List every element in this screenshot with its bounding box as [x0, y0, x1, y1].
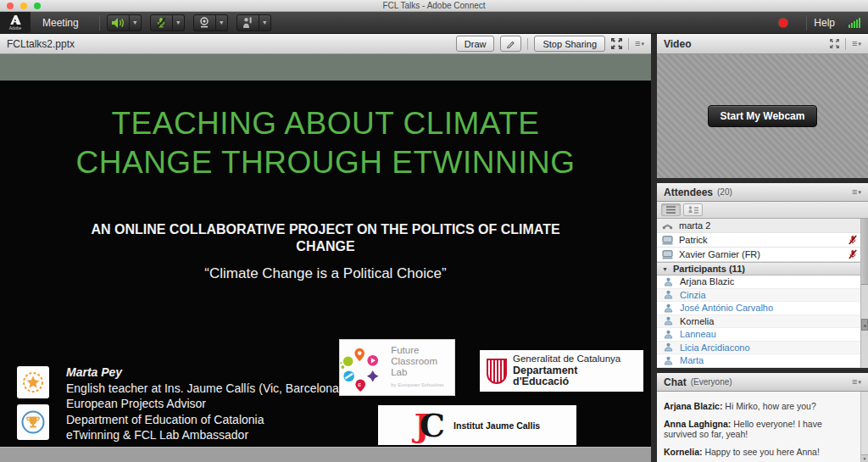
attendees-pod-menu-icon[interactable]: ≡▾	[852, 187, 861, 197]
scroll-down-button[interactable]: ▼	[861, 454, 868, 462]
divider	[99, 15, 100, 31]
person-icon	[664, 330, 673, 339]
fullscreen-icon[interactable]	[611, 38, 622, 49]
pod-resize-grip[interactable]: ◂	[861, 319, 868, 331]
speaker-dropdown[interactable]: ▼	[130, 14, 142, 31]
microphone-muted-icon	[155, 17, 167, 29]
chat-pod-title: Chat	[664, 376, 687, 388]
chat-author: Kornelia:	[664, 447, 703, 457]
attendees-scrollbar[interactable]: ◂	[860, 219, 868, 368]
raise-hand-button-group: ▼	[236, 14, 271, 31]
attendee-list-view-button[interactable]	[661, 203, 681, 216]
attendees-pod-header: Attendees (20) ≡▾	[657, 183, 868, 202]
participant-row[interactable]: Arjana Blazic	[657, 276, 860, 289]
presenter-name: Marta Pey	[66, 365, 354, 381]
attendee-row[interactable]: Patrick	[657, 233, 860, 248]
person-icon	[664, 342, 673, 352]
chat-message: Kornelia: Happy to see you here Anna!	[664, 447, 856, 457]
microphone-dropdown[interactable]: ▼	[173, 14, 185, 31]
screen-icon	[662, 250, 673, 259]
help-menu[interactable]: Help	[814, 17, 835, 29]
attendee-name: Patrick	[679, 235, 708, 245]
speaker-button-group: ▼	[107, 14, 142, 31]
presenter-line: European Projects Advisor	[66, 396, 354, 412]
video-pod-body: Start My Webcam	[657, 54, 868, 178]
draw-button[interactable]: Draw	[456, 36, 495, 52]
phone-icon	[662, 221, 673, 231]
participants-section-header[interactable]: ▼ Participants (11)	[657, 262, 868, 276]
connection-signal-icon	[849, 17, 861, 28]
share-pod-header: FCLtalks2.pptx Draw Stop Sharing ≡▾	[0, 34, 651, 54]
webcam-button[interactable]	[193, 14, 216, 31]
person-icon	[664, 277, 673, 287]
presenter-info: Marta Pey English teacher at Ins. Jaume …	[66, 365, 354, 443]
participant-row[interactable]: Cinzia	[657, 289, 860, 303]
slide-subtitle: AN ONLINE COLLABORATIVE PROJECT ON THE P…	[80, 221, 571, 255]
chat-pod-header: Chat (Everyone) ≡▾	[657, 373, 868, 392]
participant-name: José António Carvalho	[680, 303, 773, 313]
participant-row[interactable]: Marta	[657, 354, 860, 368]
share-pod-menu-icon[interactable]: ≡▾	[635, 39, 644, 48]
adobe-connect-window: FCL Talks - Adobe Connect Adobe Meeting …	[0, 0, 868, 462]
divider	[845, 38, 846, 50]
attendee-name: marta 2	[679, 220, 710, 231]
raise-hand-dropdown[interactable]: ▼	[259, 14, 271, 31]
participant-row[interactable]: Lanneau	[657, 328, 860, 342]
raise-hand-button[interactable]	[236, 14, 259, 31]
status-view-icon	[688, 206, 698, 214]
attendee-row[interactable]: Xavier Garnier (FR)	[657, 248, 860, 262]
presenter-line: English teacher at Ins. Jaume Callís (Vi…	[66, 381, 354, 397]
chat-pod-menu-icon[interactable]: ≡▾	[852, 377, 861, 387]
microphone-muted-button[interactable]	[150, 14, 173, 31]
participant-name: Lanneau	[680, 329, 716, 339]
attendee-name: Xavier Garnier (FR)	[679, 249, 760, 259]
attendee-status-view-button[interactable]	[683, 203, 703, 216]
attendees-top-rows: marta 2PatrickXavier Garnier (FR)	[657, 219, 868, 262]
pointer-tool-button[interactable]	[500, 36, 521, 52]
scrollbar-thumb[interactable]	[861, 219, 868, 285]
divider	[628, 38, 629, 50]
svg-text:c: c	[358, 381, 361, 387]
stage-bottom-strip	[0, 447, 651, 462]
participant-row[interactable]: Kornelia	[657, 315, 860, 329]
person-icon	[664, 303, 673, 313]
star-badge-icon	[17, 366, 49, 398]
divider	[806, 15, 807, 31]
start-webcam-button[interactable]: Start My Webcam	[708, 105, 818, 127]
jc-monogram-icon: JC	[415, 409, 445, 442]
chat-message: Arjana Blazic: Hi Mirko, how are you?	[664, 401, 856, 411]
generalitat-catalunya-logo: Generalitat de Catalunya Departament d'E…	[480, 350, 643, 392]
participant-row[interactable]: Licia Arcidiacono	[657, 342, 860, 355]
collapse-triangle-icon: ▼	[662, 266, 668, 272]
menu-bar: Adobe Meeting ▼	[0, 12, 868, 34]
chat-scrollbar[interactable]: ▼	[860, 392, 868, 462]
attendees-pod-title: Attendees	[664, 186, 713, 198]
jc-logo-text: Institut Jaume Callis	[453, 420, 540, 431]
fullscreen-icon[interactable]	[830, 39, 839, 48]
presentation-slide: TEACHING ABOUT CLIMATE CHANGE THROUGH ET…	[0, 81, 651, 447]
window-titlebar: FCL Talks - Adobe Connect	[0, 0, 868, 12]
speaker-button[interactable]	[107, 14, 130, 31]
participant-name: Arjana Blazic	[680, 276, 734, 287]
participant-name: Licia Arcidiacono	[680, 342, 750, 353]
attendees-pod: Attendees (20) ≡▾ marta 2PatrickXavier G…	[657, 183, 868, 368]
stop-sharing-button[interactable]: Stop Sharing	[534, 36, 605, 52]
speaker-icon	[111, 17, 125, 29]
pen-icon	[506, 39, 515, 48]
attendees-toolbar	[657, 202, 868, 219]
attendee-row[interactable]: marta 2	[657, 219, 860, 233]
person-icon	[664, 290, 673, 299]
meeting-menu[interactable]: Meeting	[31, 17, 92, 29]
participant-name: Cinzia	[680, 290, 706, 300]
video-pod-menu-icon[interactable]: ≡▾	[852, 39, 861, 48]
participants-list: Arjana BlazicCinziaJosé António Carvalho…	[657, 276, 868, 368]
senyera-shield-icon	[487, 359, 507, 384]
slide-title: TEACHING ABOUT CLIMATE CHANGE THROUGH ET…	[75, 104, 576, 182]
mic-muted-icon	[849, 235, 857, 245]
webcam-dropdown[interactable]: ▼	[216, 14, 228, 31]
window-title: FCL Talks - Adobe Connect	[0, 1, 868, 10]
participant-row[interactable]: José António Carvalho	[657, 302, 860, 315]
microphone-button-group: ▼	[150, 14, 185, 31]
raise-hand-icon	[242, 17, 253, 28]
attendees-count: (20)	[717, 187, 732, 197]
